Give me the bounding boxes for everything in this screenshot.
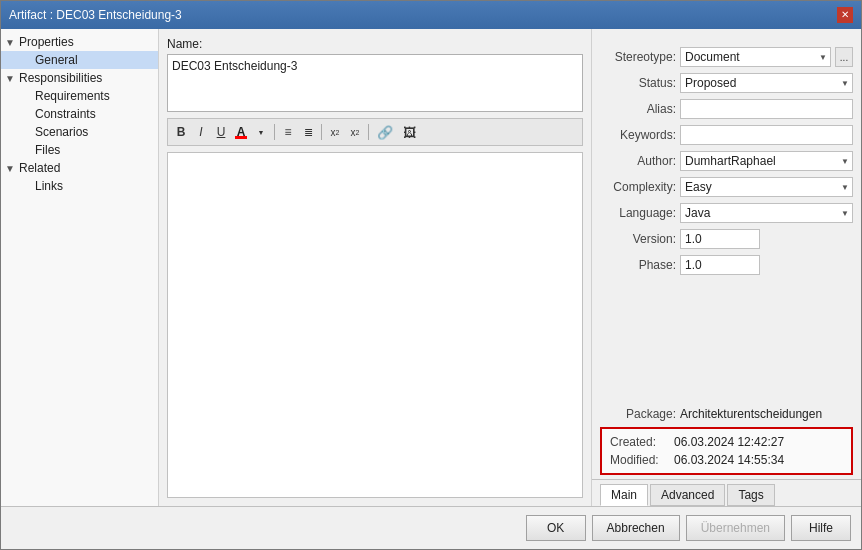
- alias-label: Alias:: [600, 102, 676, 116]
- created-row: Created: 06.03.2024 12:42:27: [610, 433, 843, 451]
- author-select[interactable]: DumhartRaphael: [680, 151, 853, 171]
- author-row: Author: DumhartRaphael ▼: [600, 151, 853, 171]
- sidebar-item-responsibilities[interactable]: ▼ Responsibilities: [1, 69, 158, 87]
- keywords-row: Keywords:: [600, 125, 853, 145]
- toolbar-separator-2: [321, 124, 322, 140]
- sidebar-item-constraints[interactable]: Constraints: [1, 105, 158, 123]
- color-dropdown-button[interactable]: ▼: [252, 122, 270, 142]
- formatting-toolbar: B I U A ▼ ≡ ≣ x2 x2 🔗 🖼: [167, 118, 583, 146]
- status-row: Status: Proposed ▼: [600, 73, 853, 93]
- color-bar: [235, 136, 247, 139]
- stereotype-select-wrapper: Document ▼: [680, 47, 831, 67]
- version-label: Version:: [600, 232, 676, 246]
- package-label: Package:: [600, 407, 676, 421]
- tab-main[interactable]: Main: [600, 484, 648, 506]
- dialog-body: ▼ Properties General ▼ Responsibilities …: [1, 29, 861, 506]
- dialog-title: Artifact : DEC03 Entscheidung-3: [9, 8, 182, 22]
- phase-input[interactable]: [680, 255, 760, 275]
- link-button[interactable]: 🔗: [373, 122, 397, 142]
- expand-icon: ▼: [5, 163, 17, 174]
- sidebar-item-files[interactable]: Files: [1, 141, 158, 159]
- expand-icon: ▼: [5, 73, 17, 84]
- tab-tags[interactable]: Tags: [727, 484, 774, 506]
- right-panel: Stereotype: Document ▼ ... Status:: [591, 29, 861, 506]
- package-row: Package: Architekturentscheidungen: [592, 405, 861, 427]
- phase-row: Phase:: [600, 255, 853, 275]
- bold-button[interactable]: B: [172, 122, 190, 142]
- sidebar-label-properties: Properties: [19, 35, 74, 49]
- sidebar-item-requirements[interactable]: Requirements: [1, 87, 158, 105]
- language-row: Language: Java ▼: [600, 203, 853, 223]
- help-button[interactable]: Hilfe: [791, 515, 851, 541]
- stereotype-ellipsis-button[interactable]: ...: [835, 47, 853, 67]
- created-label: Created:: [610, 435, 670, 449]
- ok-button[interactable]: OK: [526, 515, 586, 541]
- package-value: Architekturentscheidungen: [680, 407, 822, 421]
- sidebar-item-general[interactable]: General: [1, 51, 158, 69]
- subscript-button[interactable]: x2: [346, 122, 364, 142]
- list-ordered-button[interactable]: ≣: [299, 122, 317, 142]
- complexity-select[interactable]: Easy: [680, 177, 853, 197]
- version-row: Version:: [600, 229, 853, 249]
- right-panel-tabs: Main Advanced Tags: [592, 479, 861, 506]
- sidebar-label-general: General: [35, 53, 78, 67]
- language-select-wrapper: Java ▼: [680, 203, 853, 223]
- sidebar-label-requirements: Requirements: [35, 89, 110, 103]
- sidebar-item-properties[interactable]: ▼ Properties: [1, 33, 158, 51]
- modified-value: 06.03.2024 14:55:34: [674, 453, 784, 467]
- title-bar: Artifact : DEC03 Entscheidung-3 ✕: [1, 1, 861, 29]
- keywords-input[interactable]: [680, 125, 853, 145]
- cancel-button[interactable]: Abbrechen: [592, 515, 680, 541]
- sidebar-label-responsibilities: Responsibilities: [19, 71, 102, 85]
- rich-text-area[interactable]: [167, 152, 583, 498]
- created-modified-box: Created: 06.03.2024 12:42:27 Modified: 0…: [600, 427, 853, 475]
- list-unordered-button[interactable]: ≡: [279, 122, 297, 142]
- underline-button[interactable]: U: [212, 122, 230, 142]
- properties-inner: Stereotype: Document ▼ ... Status:: [592, 29, 861, 506]
- alias-input[interactable]: [680, 99, 853, 119]
- created-value: 06.03.2024 12:42:27: [674, 435, 784, 449]
- apply-button[interactable]: Übernehmen: [686, 515, 785, 541]
- close-button[interactable]: ✕: [837, 7, 853, 23]
- stereotype-row: Stereotype: Document ▼ ...: [600, 47, 853, 67]
- phase-label: Phase:: [600, 258, 676, 272]
- sidebar-item-links[interactable]: Links: [1, 177, 158, 195]
- main-content: Name: DEC03 Entscheidung-3 B I U A ▼ ≡ ≣…: [159, 29, 591, 506]
- tab-advanced[interactable]: Advanced: [650, 484, 725, 506]
- stereotype-select[interactable]: Document: [680, 47, 831, 67]
- italic-button[interactable]: I: [192, 122, 210, 142]
- expand-icon: ▼: [5, 37, 17, 48]
- sidebar-label-links: Links: [35, 179, 63, 193]
- version-input[interactable]: [680, 229, 760, 249]
- bottom-bar: OK Abbrechen Übernehmen Hilfe: [1, 506, 861, 549]
- sidebar-label-related: Related: [19, 161, 60, 175]
- stereotype-label: Stereotype:: [600, 50, 676, 64]
- toolbar-separator-3: [368, 124, 369, 140]
- alias-row: Alias:: [600, 99, 853, 119]
- sidebar-label-scenarios: Scenarios: [35, 125, 88, 139]
- toolbar-separator-1: [274, 124, 275, 140]
- sidebar-label-files: Files: [35, 143, 60, 157]
- status-select[interactable]: Proposed: [680, 73, 853, 93]
- sidebar-item-scenarios[interactable]: Scenarios: [1, 123, 158, 141]
- status-label: Status:: [600, 76, 676, 90]
- sidebar-item-related[interactable]: ▼ Related: [1, 159, 158, 177]
- language-select[interactable]: Java: [680, 203, 853, 223]
- artifact-dialog: Artifact : DEC03 Entscheidung-3 ✕ ▼ Prop…: [0, 0, 862, 550]
- color-picker-button[interactable]: A: [232, 123, 250, 141]
- author-select-wrapper: DumhartRaphael ▼: [680, 151, 853, 171]
- complexity-label: Complexity:: [600, 180, 676, 194]
- modified-row: Modified: 06.03.2024 14:55:34: [610, 451, 843, 469]
- complexity-select-wrapper: Easy ▼: [680, 177, 853, 197]
- complexity-row: Complexity: Easy ▼: [600, 177, 853, 197]
- properties-grid: Stereotype: Document ▼ ... Status:: [592, 37, 861, 405]
- sidebar: ▼ Properties General ▼ Responsibilities …: [1, 29, 159, 506]
- name-label: Name:: [167, 37, 583, 51]
- name-input[interactable]: DEC03 Entscheidung-3: [167, 54, 583, 112]
- image-button[interactable]: 🖼: [399, 122, 420, 142]
- keywords-label: Keywords:: [600, 128, 676, 142]
- language-label: Language:: [600, 206, 676, 220]
- superscript-button[interactable]: x2: [326, 122, 344, 142]
- modified-label: Modified:: [610, 453, 670, 467]
- status-select-wrapper: Proposed ▼: [680, 73, 853, 93]
